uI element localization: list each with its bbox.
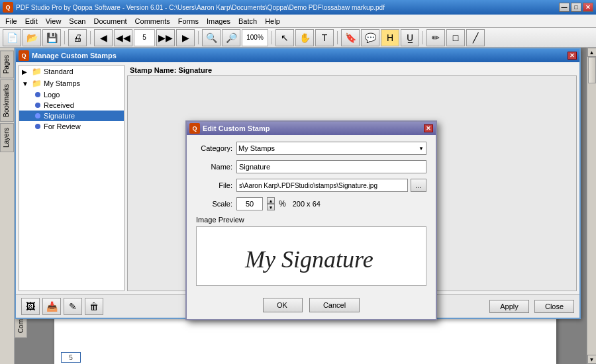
- toolbar-page-input[interactable]: 5: [134, 29, 155, 46]
- menu-batch[interactable]: Batch: [234, 15, 261, 27]
- scale-controls: ▲ ▼ % 200 x 64: [236, 197, 321, 210]
- app-close-button[interactable]: ✕: [583, 3, 593, 12]
- side-tab-bookmarks[interactable]: Bookmarks: [0, 79, 14, 122]
- scale-dims: 200 x 64: [293, 200, 321, 208]
- toolbar-btn-5[interactable]: ◀: [94, 29, 113, 46]
- menu-edit[interactable]: Edit: [21, 15, 42, 27]
- stamps-title-left: Q Manage Custom Stamps: [19, 50, 117, 61]
- toolbar-comment[interactable]: 💬: [361, 29, 379, 46]
- title-bar-left: Q PDF Studio Pro by Qoppa Software - Ver…: [3, 2, 385, 13]
- toolbar-zoom-out[interactable]: 🔍: [202, 29, 221, 46]
- toolbar-line[interactable]: ╱: [466, 29, 485, 46]
- toolbar-select[interactable]: ↖: [275, 29, 294, 46]
- toolbar-sep-1: [64, 31, 65, 44]
- toolbar-pen[interactable]: ✏: [426, 29, 445, 46]
- name-input[interactable]: [236, 160, 426, 173]
- edit-stamp-button[interactable]: ✎: [64, 298, 82, 315]
- scale-spin-up[interactable]: ▲: [267, 197, 275, 204]
- tree-item-logo[interactable]: Logo: [19, 89, 124, 100]
- stamps-icon: Q: [19, 50, 29, 61]
- menu-document[interactable]: Document: [89, 15, 130, 27]
- delete-icon: 🗑: [89, 301, 99, 312]
- ok-button[interactable]: OK: [263, 298, 303, 312]
- scale-label: Scale:: [196, 200, 232, 208]
- page-number: 5: [69, 353, 73, 363]
- tree-item-standard[interactable]: ▶ 📁 Standard: [19, 66, 124, 77]
- side-tab-pages[interactable]: Pages: [0, 50, 14, 78]
- add-icon: 🖼: [26, 301, 35, 312]
- toolbar-sep-3: [198, 31, 199, 44]
- toolbar-highlight[interactable]: H: [381, 29, 399, 46]
- stamps-tree: ▶ 📁 Standard ▼ 📁 My Stamps Logo: [19, 65, 124, 291]
- toolbar-btn-6[interactable]: ◀◀: [114, 29, 132, 46]
- toolbar-zoom-input[interactable]: 100%: [242, 29, 268, 46]
- toolbar-text[interactable]: T: [315, 29, 334, 46]
- svg-text:My Signature: My Signature: [244, 246, 373, 273]
- stamps-close-button[interactable]: ✕: [568, 52, 577, 60]
- stamps-title: Manage Custom Stamps: [32, 52, 117, 60]
- toolbar-btn-3[interactable]: 💾: [42, 29, 61, 46]
- apply-button[interactable]: Apply: [489, 300, 529, 313]
- scroll-up-arrow[interactable]: ▲: [587, 48, 597, 57]
- menu-file[interactable]: File: [1, 15, 21, 27]
- tree-label-signature: Signature: [44, 112, 75, 120]
- tree-icon-forreview: [35, 124, 40, 129]
- scroll-down-arrow[interactable]: ▼: [587, 355, 597, 364]
- toolbar-btn-4[interactable]: 🖨: [68, 29, 87, 46]
- toolbar-btn-2[interactable]: 📂: [23, 29, 41, 46]
- tree-icon-logo: [35, 92, 40, 97]
- scale-input[interactable]: [236, 197, 263, 210]
- maximize-button[interactable]: □: [571, 3, 581, 12]
- toolbar-stamp[interactable]: 🔖: [341, 29, 360, 46]
- toolbar-shape[interactable]: □: [446, 29, 465, 46]
- toolbar-zoom-in[interactable]: 🔎: [222, 29, 240, 46]
- close-button[interactable]: Close: [534, 300, 574, 313]
- edit-dialog-title: Edit Custom Stamp: [203, 124, 270, 132]
- toolbar-sep-5: [337, 31, 338, 44]
- menu-scan[interactable]: Scan: [65, 15, 89, 27]
- side-tab-layers[interactable]: Layers: [0, 123, 14, 152]
- tree-icon-received: [35, 103, 40, 108]
- title-bar-controls[interactable]: — □ ✕: [559, 3, 593, 12]
- delete-stamp-button[interactable]: 🗑: [85, 298, 103, 315]
- import-stamp-button[interactable]: 📥: [42, 298, 61, 315]
- scale-spin-down[interactable]: ▼: [267, 204, 275, 210]
- edit-dialog-icon: Q: [189, 123, 200, 134]
- name-row: Name:: [196, 160, 426, 173]
- tree-label-received: Received: [44, 101, 74, 109]
- scroll-thumb[interactable]: [588, 57, 596, 83]
- add-stamp-button[interactable]: 🖼: [21, 298, 40, 315]
- category-select[interactable]: My Stamps: [236, 142, 426, 155]
- minimize-button[interactable]: —: [559, 3, 570, 12]
- menu-view[interactable]: View: [42, 15, 66, 27]
- side-tabs: Pages Bookmarks Layers: [0, 48, 15, 364]
- vertical-scrollbar[interactable]: ▲ ▼: [587, 48, 596, 364]
- menu-forms[interactable]: Forms: [174, 15, 203, 27]
- tree-label-standard: Standard: [44, 68, 74, 75]
- scale-row: Scale: ▲ ▼ % 200 x 64: [196, 197, 426, 210]
- cancel-button[interactable]: Cancel: [309, 298, 360, 312]
- name-label: Name:: [196, 163, 232, 171]
- edit-dialog-close-button[interactable]: ✕: [424, 124, 433, 132]
- signature-preview-svg: My Signature: [238, 233, 384, 279]
- toolbar-hand[interactable]: ✋: [295, 29, 314, 46]
- menu-help[interactable]: Help: [261, 15, 284, 27]
- tree-item-signature[interactable]: Signature: [19, 111, 124, 121]
- tree-item-received[interactable]: Received: [19, 100, 124, 111]
- toolbar-btn-7[interactable]: ▶▶: [156, 29, 175, 46]
- tree-expand-standard: ▶: [22, 68, 30, 75]
- browse-button[interactable]: …: [411, 179, 426, 192]
- tree-item-mystamps[interactable]: ▼ 📁 My Stamps: [19, 77, 124, 89]
- menu-images[interactable]: Images: [203, 15, 234, 27]
- title-bar: Q PDF Studio Pro by Qoppa Software - Ver…: [0, 0, 596, 15]
- edit-icon: ✎: [69, 301, 77, 312]
- toolbar-btn-1[interactable]: 📄: [3, 29, 21, 46]
- menu-bar: File Edit View Scan Document Comments Fo…: [0, 15, 596, 28]
- menu-comments[interactable]: Comments: [131, 15, 174, 27]
- tree-item-forreview[interactable]: For Review: [19, 121, 124, 132]
- toolbar-btn-8[interactable]: ▶: [176, 29, 195, 46]
- toolbar-underline[interactable]: U̲: [401, 29, 419, 46]
- main-layout: Pages Bookmarks Layers ing stark contras…: [0, 48, 596, 364]
- tree-label-forreview: For Review: [44, 122, 81, 130]
- file-input[interactable]: [236, 179, 408, 192]
